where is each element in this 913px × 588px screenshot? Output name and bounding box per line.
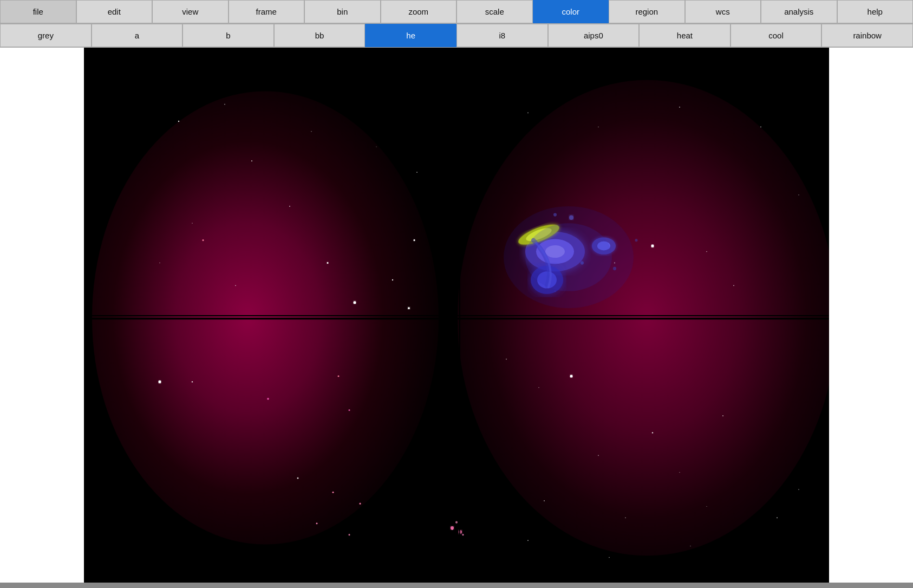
svg-point-18 (354, 301, 356, 304)
svg-point-14 (414, 239, 415, 241)
svg-point-21 (338, 375, 340, 377)
left-side-panel (0, 48, 84, 588)
svg-point-13 (327, 262, 329, 264)
svg-point-31 (527, 112, 529, 113)
menu-item-color[interactable]: color (533, 0, 609, 23)
crosshair-vertical (459, 48, 460, 588)
svg-point-28 (159, 381, 161, 383)
color-item-b[interactable]: b (182, 24, 274, 47)
svg-point-23 (349, 409, 350, 411)
svg-point-27 (297, 477, 299, 479)
menu-item-zoom[interactable]: zoom (381, 0, 457, 23)
svg-point-35 (798, 194, 799, 195)
svg-point-77 (455, 521, 458, 524)
svg-point-41 (733, 285, 734, 286)
svg-point-55 (777, 517, 778, 518)
svg-point-11 (192, 223, 192, 224)
svg-point-47 (598, 455, 599, 456)
right-side-panel (829, 48, 913, 588)
svg-point-8 (251, 160, 252, 161)
svg-point-74 (525, 223, 612, 291)
svg-point-25 (360, 503, 361, 505)
menu-bar: fileeditviewframebinzoomscalecolorregion… (0, 0, 913, 24)
svg-point-9 (376, 146, 376, 147)
main-area (0, 48, 913, 588)
svg-point-24 (332, 492, 334, 493)
svg-point-12 (289, 206, 290, 207)
menu-item-wcs[interactable]: wcs (685, 0, 761, 23)
svg-point-58 (462, 534, 464, 535)
svg-point-49 (544, 500, 545, 501)
svg-point-72 (635, 239, 638, 241)
astronomical-image (84, 48, 829, 588)
svg-point-15 (392, 279, 393, 281)
crosshair-horizontal (84, 315, 829, 316)
image-container[interactable] (84, 48, 829, 588)
menu-item-frame[interactable]: frame (229, 0, 305, 23)
svg-point-42 (506, 359, 507, 360)
svg-point-51 (706, 506, 707, 507)
svg-point-39 (706, 251, 707, 252)
svg-point-36 (651, 245, 654, 247)
svg-point-29 (316, 522, 318, 524)
svg-point-45 (652, 432, 653, 434)
svg-point-46 (722, 415, 723, 416)
svg-point-56 (798, 489, 799, 490)
svg-point-10 (416, 172, 418, 173)
svg-point-19 (408, 307, 410, 309)
svg-point-22 (267, 398, 269, 400)
svg-point-44 (570, 375, 573, 377)
svg-point-53 (609, 557, 610, 558)
color-item-cool[interactable]: cool (731, 24, 822, 47)
svg-point-34 (760, 127, 761, 128)
color-item-i8[interactable]: i8 (456, 24, 548, 47)
menu-item-analysis[interactable]: analysis (761, 0, 837, 23)
svg-point-7 (311, 131, 311, 132)
menu-item-file[interactable]: file (0, 0, 76, 23)
menu-item-region[interactable]: region (609, 0, 685, 23)
color-item-bb[interactable]: bb (274, 24, 366, 47)
svg-point-17 (159, 263, 160, 263)
svg-point-26 (192, 381, 193, 383)
svg-point-16 (235, 285, 236, 286)
svg-rect-4 (84, 318, 829, 319)
svg-point-48 (679, 472, 680, 473)
menu-item-scale[interactable]: scale (456, 0, 533, 23)
menu-item-bin[interactable]: bin (304, 0, 381, 23)
svg-point-52 (527, 540, 529, 541)
svg-point-5 (178, 121, 179, 122)
svg-point-33 (679, 107, 680, 108)
menu-item-view[interactable]: view (152, 0, 229, 23)
menu-item-help[interactable]: help (837, 0, 914, 23)
color-bar: greyabbbhei8aips0heatcoolrainbow (0, 24, 913, 48)
svg-point-50 (625, 517, 626, 518)
svg-point-32 (598, 127, 598, 127)
svg-point-6 (224, 104, 225, 105)
svg-point-43 (538, 387, 539, 388)
color-item-he[interactable]: he (365, 24, 456, 47)
svg-point-54 (690, 546, 690, 546)
color-item-aips0[interactable]: aips0 (548, 24, 640, 47)
color-item-rainbow[interactable]: rainbow (821, 24, 913, 47)
bottom-strip (0, 583, 913, 588)
menu-item-edit[interactable]: edit (76, 0, 153, 23)
color-item-a[interactable]: a (92, 24, 183, 47)
color-item-heat[interactable]: heat (639, 24, 731, 47)
svg-point-30 (349, 534, 350, 535)
svg-point-20 (203, 239, 204, 241)
svg-point-75 (451, 526, 454, 530)
color-item-grey[interactable]: grey (0, 24, 92, 47)
